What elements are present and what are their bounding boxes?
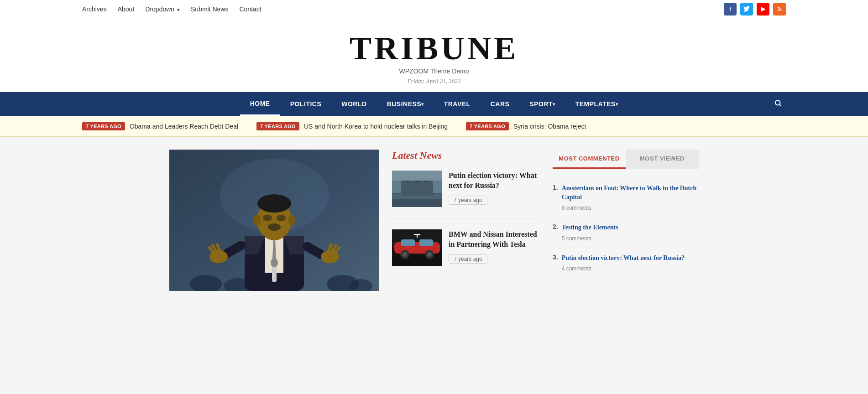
news-meta-1: 7 years ago <box>449 196 487 205</box>
sidebar: MOST COMMENTED MOST VIEWED 1. Amsterdam … <box>553 150 699 291</box>
kremlin-thumbnail <box>392 171 442 207</box>
svg-point-52 <box>427 252 432 257</box>
featured-image-placeholder <box>169 150 379 291</box>
nav-sport[interactable]: SPORT ▾ <box>519 92 565 116</box>
site-title: TRIBUNE <box>0 32 868 65</box>
ticker-text-3[interactable]: Syria crisis: Obama reject <box>513 123 586 130</box>
sport-dropdown-icon: ▾ <box>553 102 555 107</box>
ticker-text-1[interactable]: Obama and Leaders Reach Debt Deal <box>130 123 238 130</box>
featured-image <box>169 150 379 291</box>
business-dropdown-icon: ▾ <box>421 102 424 107</box>
templates-dropdown-icon: ▾ <box>616 102 618 107</box>
list-item-1: 1. Amsterdam on Foot: Where to Walk in t… <box>553 178 699 218</box>
list-num-2: 2. <box>553 223 558 242</box>
list-comments-3: 4 comments <box>562 265 591 272</box>
tab-most-commented[interactable]: MOST COMMENTED <box>553 150 626 169</box>
news-item-1: Putin election victory: What next for Ru… <box>392 171 540 218</box>
ticker-badge-2: 7 YEARS AGO <box>256 122 299 130</box>
top-navigation: Archives About Dropdown ▾ Submit News Co… <box>0 0 868 18</box>
list-item-3: 3. Putin election victory: What next for… <box>553 248 699 279</box>
list-link-3[interactable]: Putin election victory: What next for Ru… <box>562 254 699 263</box>
svg-rect-48 <box>419 239 433 246</box>
list-item-2: 2. Testing the Elements 5 comments <box>553 218 699 248</box>
news-headline-1[interactable]: Putin election victory: What next for Ru… <box>449 171 540 191</box>
list-comments-2: 5 comments <box>562 235 591 242</box>
nav-archives[interactable]: Archives <box>82 5 107 13</box>
svg-point-1 <box>775 100 780 105</box>
svg-point-20 <box>268 223 281 231</box>
nav-contact[interactable]: Contact <box>239 5 261 13</box>
tab-most-viewed[interactable]: MOST VIEWED <box>626 150 699 169</box>
news-thumb-1 <box>392 171 442 207</box>
ticker-badge-1: 7 YEARS AGO <box>82 122 125 130</box>
tesla-thumbnail <box>392 229 442 266</box>
site-date: Friday, April 21, 2023 <box>0 78 868 85</box>
svg-rect-47 <box>401 239 415 246</box>
svg-point-50 <box>403 252 407 257</box>
list-link-2[interactable]: Testing the Elements <box>562 223 699 232</box>
main-navigation: HOME POLITICS WORLD BUSINESS ▾ TRAVEL CA… <box>0 92 868 116</box>
nav-cars[interactable]: CARS <box>481 92 520 116</box>
nav-business[interactable]: BUSINESS ▾ <box>377 92 434 116</box>
list-content-1: Amsterdam on Foot: Where to Walk in the … <box>562 184 699 212</box>
nav-about[interactable]: About <box>118 5 135 13</box>
content-area: Latest News <box>160 150 708 291</box>
facebook-icon[interactable]: f <box>724 3 737 16</box>
list-content-3: Putin election victory: What next for Ru… <box>562 254 699 273</box>
youtube-icon[interactable]: ▶ <box>757 3 769 16</box>
svg-point-34 <box>271 258 278 267</box>
main-nav-links: HOME POLITICS WORLD BUSINESS ▾ TRAVEL CA… <box>240 92 628 116</box>
svg-line-2 <box>779 104 781 106</box>
news-headline-2[interactable]: BMW and Nissan Interested in Partnering … <box>449 229 540 250</box>
ticker-item-1: 7 YEARS AGO Obama and Leaders Reach Debt… <box>82 122 238 130</box>
news-item-2: BMW and Nissan Interested in Partnering … <box>392 229 540 277</box>
ticker-text-2[interactable]: US and North Korea to hold nuclear talks… <box>304 123 448 130</box>
nav-submit-news[interactable]: Submit News <box>191 5 228 13</box>
news-thumb-2 <box>392 229 442 266</box>
nav-templates[interactable]: TEMPLATES ▾ <box>565 92 628 116</box>
ticker-badge-3: 7 YEARS AGO <box>466 122 509 130</box>
sidebar-tabs: MOST COMMENTED MOST VIEWED <box>553 150 699 169</box>
twitter-icon[interactable] <box>740 3 753 16</box>
site-subtitle: WPZOOM Theme Demo <box>0 67 868 75</box>
news-content-1: Putin election victory: What next for Ru… <box>449 171 540 207</box>
svg-rect-43 <box>392 171 442 181</box>
svg-point-17 <box>288 215 295 226</box>
search-icon[interactable] <box>770 95 786 113</box>
svg-rect-54 <box>417 234 418 238</box>
dropdown-arrow-icon: ▾ <box>177 7 180 12</box>
svg-point-15 <box>257 194 291 213</box>
news-content-2: BMW and Nissan Interested in Partnering … <box>449 229 540 266</box>
site-header: TRIBUNE WPZOOM Theme Demo Friday, April … <box>0 18 868 92</box>
svg-rect-38 <box>401 180 433 196</box>
nav-world[interactable]: WORLD <box>331 92 376 116</box>
news-meta-2: 7 years ago <box>449 254 487 264</box>
social-icons-group: f ▶ <box>724 3 786 16</box>
top-nav-links: Archives About Dropdown ▾ Submit News Co… <box>82 5 261 13</box>
news-ticker: 7 YEARS AGO Obama and Leaders Reach Debt… <box>0 116 868 137</box>
ticker-item-2: 7 YEARS AGO US and North Korea to hold n… <box>256 122 448 130</box>
latest-news-title: Latest News <box>392 150 540 161</box>
ticker-item-3: 7 YEARS AGO Syria crisis: Obama reject <box>466 122 586 130</box>
latest-news-section: Latest News <box>392 150 540 291</box>
list-num-3: 3. <box>553 254 558 273</box>
list-comments-1: 6 comments <box>562 205 591 211</box>
nav-home[interactable]: HOME <box>240 92 280 116</box>
list-num-1: 1. <box>553 184 558 212</box>
nav-dropdown[interactable]: Dropdown ▾ <box>145 5 180 13</box>
svg-point-0 <box>778 10 779 10</box>
most-commented-list: 1. Amsterdam on Foot: Where to Walk in t… <box>553 178 699 278</box>
list-content-2: Testing the Elements 5 comments <box>562 223 699 242</box>
svg-point-18 <box>263 215 272 221</box>
list-link-1[interactable]: Amsterdam on Foot: Where to Walk in the … <box>562 184 699 202</box>
svg-point-19 <box>277 215 286 221</box>
nav-politics[interactable]: POLITICS <box>280 92 332 116</box>
nav-travel[interactable]: TRAVEL <box>434 92 481 116</box>
svg-point-16 <box>253 215 261 226</box>
rss-icon[interactable] <box>773 3 786 16</box>
